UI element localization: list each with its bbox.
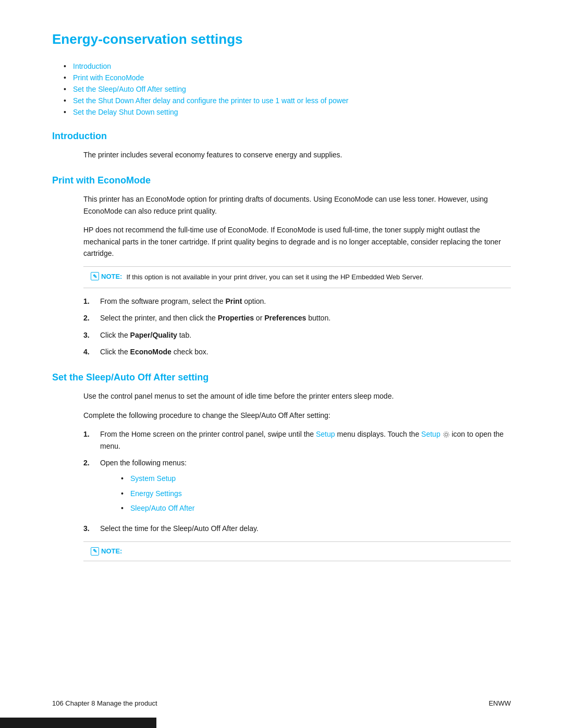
sleep-step-1-number: 1. <box>83 428 94 452</box>
sleep-note-label: NOTE: <box>101 547 122 555</box>
step-2-bold2: Preferences <box>264 314 306 322</box>
footer-bar <box>0 718 156 728</box>
setup-link-2[interactable]: Setup <box>421 430 440 438</box>
sub-menu-energy-settings: Energy Settings <box>121 488 511 499</box>
step-3-content: Click the Paper/Quality tab. <box>100 329 511 341</box>
sleep-steps: 1. From the Home screen on the printer c… <box>83 428 511 534</box>
toc-item-econoMode[interactable]: Print with EconoMode <box>73 73 511 82</box>
step-2: 2. Select the printer, and then click th… <box>83 312 511 324</box>
toc-item-introduction[interactable]: Introduction <box>73 62 511 70</box>
sleep-para2: Complete the following procedure to chan… <box>83 410 511 421</box>
system-setup-link[interactable]: System Setup <box>130 473 176 484</box>
step-4: 4. Click the EconoMode check box. <box>83 346 511 357</box>
toc-link-econoMode[interactable]: Print with EconoMode <box>73 73 144 82</box>
setup-link-1[interactable]: Setup <box>316 430 335 438</box>
toc-link-introduction[interactable]: Introduction <box>73 62 111 70</box>
step-2-number: 2. <box>83 312 94 324</box>
toc-link-sleep[interactable]: Set the Sleep/Auto Off After setting <box>73 85 186 93</box>
econoMode-para1: This printer has an EconoMode option for… <box>83 193 511 217</box>
sleep-sub-menu: System Setup Energy Settings Sleep/Auto … <box>121 473 511 514</box>
note-label-econoMode: NOTE: <box>101 273 122 280</box>
toc-item-delay-shutdown[interactable]: Set the Delay Shut Down setting <box>73 108 511 116</box>
footer-left: 106 Chapter 8 Manage the product <box>52 699 157 707</box>
step-1: 1. From the software program, select the… <box>83 295 511 307</box>
toc-link-shutdown[interactable]: Set the Shut Down After delay and config… <box>73 96 348 105</box>
sleep-note-icon: ✎ NOTE: <box>91 547 122 556</box>
toc-item-shutdown[interactable]: Set the Shut Down After delay and config… <box>73 96 511 105</box>
section-title-introduction: Introduction <box>52 131 511 142</box>
note-icon: ✎ NOTE: <box>91 272 122 280</box>
step-4-content: Click the EconoMode check box. <box>100 346 511 357</box>
econoMode-para2: HP does not recommend the full-time use … <box>83 224 511 259</box>
gear-icon <box>443 431 450 438</box>
step-4-number: 4. <box>83 346 94 357</box>
step-2-content: Select the printer, and then click the P… <box>100 312 511 324</box>
step-3-bold: Paper/Quality <box>130 331 177 339</box>
section-title-econoMode: Print with EconoMode <box>52 175 511 186</box>
svg-point-1 <box>443 432 449 438</box>
page-footer: 106 Chapter 8 Manage the product ENWW <box>0 699 563 707</box>
sub-menu-sleep-auto-off: Sleep/Auto Off After <box>121 502 511 514</box>
note-icon-img: ✎ <box>91 272 99 280</box>
sleep-step-1-content: From the Home screen on the printer cont… <box>100 428 511 452</box>
sleep-step-2-number: 2. <box>83 457 94 517</box>
page-title: Energy-conservation settings <box>52 31 511 47</box>
sleep-step-1: 1. From the Home screen on the printer c… <box>83 428 511 452</box>
sleep-note-box: ✎ NOTE: <box>83 541 511 561</box>
sleep-step-3-content: Select the time for the Sleep/Auto Off A… <box>100 523 511 534</box>
sub-menu-system-setup: System Setup <box>121 473 511 484</box>
step-1-content: From the software program, select the Pr… <box>100 295 511 307</box>
sleep-step-2-content: Open the following menus: System Setup E… <box>100 457 511 517</box>
sleep-step-3: 3. Select the time for the Sleep/Auto Of… <box>83 523 511 534</box>
step-3: 3. Click the Paper/Quality tab. <box>83 329 511 341</box>
econoMode-steps: 1. From the software program, select the… <box>83 295 511 358</box>
energy-settings-link[interactable]: Energy Settings <box>130 488 182 499</box>
toc-item-sleep[interactable]: Set the Sleep/Auto Off After setting <box>73 85 511 93</box>
step-1-number: 1. <box>83 295 94 307</box>
footer-right: ENWW <box>488 699 511 707</box>
toc-link-delay-shutdown[interactable]: Set the Delay Shut Down setting <box>73 108 178 116</box>
step-1-bold: Print <box>225 297 242 305</box>
sleep-para1: Use the control panel menus to set the a… <box>83 390 511 402</box>
econoMode-note-box: ✎ NOTE: If this option is not available … <box>83 266 511 288</box>
svg-point-0 <box>445 434 447 436</box>
table-of-contents: Introduction Print with EconoMode Set th… <box>73 62 511 116</box>
section-title-sleep: Set the Sleep/Auto Off After setting <box>52 372 511 383</box>
introduction-body: The printer includes several economy fea… <box>83 149 511 161</box>
sleep-step-3-number: 3. <box>83 523 94 534</box>
sleep-auto-off-link[interactable]: Sleep/Auto Off After <box>130 502 194 514</box>
step-3-number: 3. <box>83 329 94 341</box>
step-2-bold1: Properties <box>218 314 254 322</box>
note-text-econoMode: If this option is not available in your … <box>126 272 423 282</box>
sleep-step-2: 2. Open the following menus: System Setu… <box>83 457 511 517</box>
sleep-note-icon-img: ✎ <box>91 547 99 556</box>
step-4-bold: EconoMode <box>130 348 172 356</box>
